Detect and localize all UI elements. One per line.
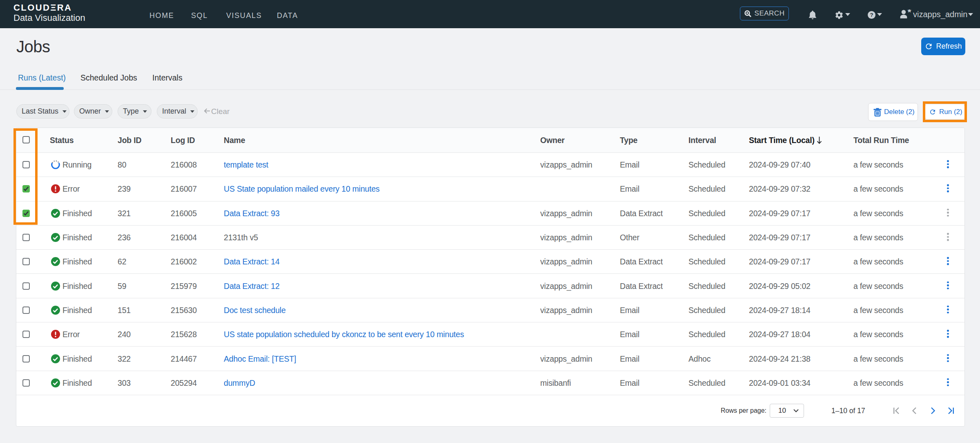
svg-text:?: ? [870,12,873,18]
svg-text:*: * [908,9,911,17]
